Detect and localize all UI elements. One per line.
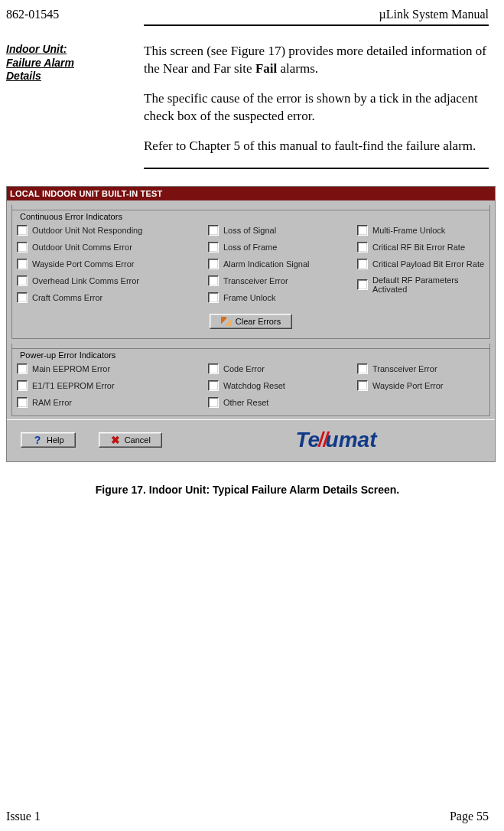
cb-outdoor-not-responding[interactable]: Outdoor Unit Not Responding <box>17 225 208 236</box>
cb-loss-signal[interactable]: Loss of Signal <box>208 225 357 236</box>
group-legend-powerup: Power-up Error Indicators <box>17 350 119 360</box>
cb-wayside-port[interactable]: Wayside Port Error <box>357 380 485 391</box>
checkbox-icon <box>17 363 28 374</box>
checkbox-icon <box>17 397 28 408</box>
cancel-button[interactable]: ✖ Cancel <box>99 432 162 448</box>
checkbox-icon <box>208 275 219 286</box>
close-icon: ✖ <box>110 435 121 445</box>
checkbox-icon <box>17 292 28 303</box>
checkbox-icon <box>357 363 368 374</box>
checkbox-icon <box>357 242 368 253</box>
cb-transceiver-1[interactable]: Transceiver Error <box>208 275 357 286</box>
cb-outdoor-comms[interactable]: Outdoor Unit Comms Error <box>17 242 208 253</box>
checkbox-icon <box>208 380 219 391</box>
doc-title: µLink System Manual <box>379 8 489 21</box>
checkbox-icon <box>208 363 219 374</box>
cb-payload-ber[interactable]: Critical Payload Bit Error Rate <box>357 259 485 269</box>
cb-craft-comms[interactable]: Craft Comms Error <box>17 292 208 303</box>
cb-main-eeprom[interactable]: Main EEPROM Error <box>17 363 208 374</box>
mid-rule <box>144 168 489 169</box>
checkbox-icon <box>17 275 28 286</box>
cb-watchdog[interactable]: Watchdog Reset <box>208 380 357 391</box>
cb-wayside-comms[interactable]: Wayside Port Comms Error <box>17 259 208 269</box>
checkbox-icon <box>357 380 368 391</box>
eraser-icon <box>221 317 232 326</box>
cb-transceiver-2[interactable]: Transceiver Error <box>357 363 485 374</box>
bottom-bar: ? Help ✖ Cancel Tellumat <box>7 419 495 461</box>
checkbox-icon <box>357 279 368 290</box>
help-icon: ? <box>32 435 43 445</box>
checkbox-icon <box>208 397 219 408</box>
doc-number: 862-01545 <box>6 8 59 21</box>
cb-ram[interactable]: RAM Error <box>17 397 208 408</box>
checkbox-icon <box>17 225 28 236</box>
cb-multiframe-unlock[interactable]: Multi-Frame Unlock <box>357 225 485 236</box>
cb-code-error[interactable]: Code Error <box>208 363 357 374</box>
tellumat-logo: Tellumat <box>295 429 376 451</box>
checkbox-icon <box>208 259 219 269</box>
footer-issue: Issue 1 <box>6 810 41 823</box>
group-legend-continuous: Continuous Error Indicators <box>17 212 125 221</box>
checkbox-icon <box>17 242 28 253</box>
help-button[interactable]: ? Help <box>21 432 76 448</box>
checkbox-icon <box>17 259 28 269</box>
checkbox-icon <box>208 242 219 253</box>
cb-ais[interactable]: Alarm Indication Signal <box>208 259 357 269</box>
checkbox-icon <box>208 292 219 303</box>
footer-page: Page 55 <box>450 810 489 823</box>
cb-loss-frame[interactable]: Loss of Frame <box>208 242 357 253</box>
cb-rf-ber[interactable]: Critical RF Bit Error Rate <box>357 242 485 253</box>
group-powerup: Power-up Error Indicators Main EEPROM Er… <box>11 344 490 416</box>
cb-e1t1-eeprom[interactable]: E1/T1 EEPROM Error <box>17 380 208 391</box>
body-text: This screen (see Figure 17) provides mor… <box>144 43 489 168</box>
checkbox-icon <box>357 259 368 269</box>
window-title-bar: LOCAL INDOOR UNIT BUILT-IN TEST <box>7 187 495 200</box>
figure-caption: Figure 17. Indoor Unit: Typical Failure … <box>6 484 489 496</box>
clear-errors-button[interactable]: Clear Errors <box>210 314 292 329</box>
cb-default-rf[interactable]: Default RF Parameters Activated <box>357 275 485 294</box>
top-rule <box>144 24 489 26</box>
cb-frame-unlock[interactable]: Frame Unlock <box>208 292 357 303</box>
checkbox-icon <box>357 225 368 236</box>
group-continuous: Continuous Error Indicators Outdoor Unit… <box>11 205 490 339</box>
cb-other-reset[interactable]: Other Reset <box>208 397 357 408</box>
checkbox-icon <box>208 225 219 236</box>
checkbox-icon <box>17 380 28 391</box>
bit-window: LOCAL INDOOR UNIT BUILT-IN TEST Continuo… <box>6 186 496 462</box>
side-heading: Indoor Unit: Failure Alarm Details <box>6 43 136 83</box>
cb-overhead-comms[interactable]: Overhead Link Comms Error <box>17 275 208 286</box>
